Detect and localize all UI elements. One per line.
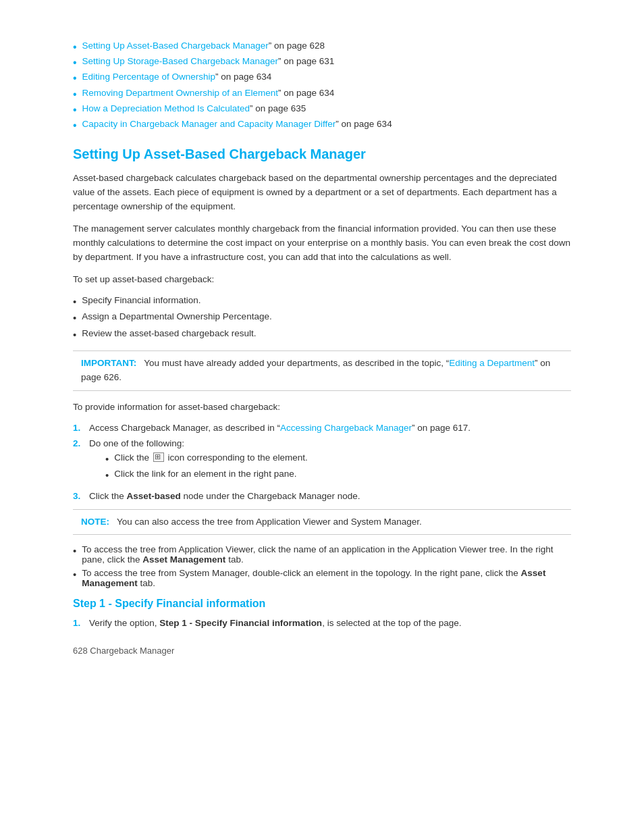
numbered-steps: Access Chargeback Manager, as described …	[73, 423, 571, 501]
step1-title: Step 1 - Specify Financial information	[73, 598, 571, 610]
grid-icon	[153, 452, 164, 462]
page-container: Setting Up Asset-Based Chargeback Manage…	[0, 0, 644, 693]
top-link-6[interactable]: Capacity in Chargeback Manager and Capac…	[82, 119, 336, 129]
intro-paragraph-1: Asset-based chargeback calculates charge…	[73, 172, 571, 214]
top-link-item-3: Editing Percentage of Ownership” on page…	[73, 72, 571, 84]
setup-bullets: Specify Financial information. Assign a …	[73, 295, 571, 342]
step1-numbered: Verify the option, Step 1 - Specify Fina…	[73, 618, 571, 628]
section-title: Setting Up Asset-Based Chargeback Manage…	[73, 147, 571, 162]
intro-paragraph-2: The management server calculates monthly…	[73, 222, 571, 265]
note-bullets: To access the tree from Application View…	[73, 544, 571, 588]
top-links-list: Setting Up Asset-Based Chargeback Manage…	[73, 41, 571, 132]
step2-sub-bullet-1: Click the icon corresponding to the elem…	[105, 452, 308, 466]
top-link-2[interactable]: Setting Up Storage-Based Chargeback Mana…	[82, 56, 278, 66]
top-link-4[interactable]: Removing Department Ownership of an Elem…	[82, 88, 278, 98]
setup-bullet-2: Assign a Departmental Ownership Percenta…	[73, 311, 571, 325]
top-link-3[interactable]: Editing Percentage of Ownership	[82, 72, 215, 82]
important-link[interactable]: Editing a Department	[449, 358, 535, 368]
step-1: Access Chargeback Manager, as described …	[73, 423, 571, 433]
footer-text: 628 Chargeback Manager	[73, 644, 571, 658]
step2-sub-bullet-2: Click the link for an element in the rig…	[105, 469, 308, 482]
top-link-5[interactable]: How a Depreciation Method Is Calculated	[82, 103, 250, 113]
step1-item-1: Verify the option, Step 1 - Specify Fina…	[73, 618, 571, 628]
note-bullet-2: To access the tree from System Manager, …	[73, 568, 571, 588]
note-bullet-1: To access the tree from Application View…	[73, 544, 571, 565]
top-link-item-5: How a Depreciation Method Is Calculated”…	[73, 103, 571, 116]
step1-link[interactable]: Accessing Chargeback Manager	[280, 423, 412, 433]
top-link-item-6: Capacity in Chargeback Manager and Capac…	[73, 119, 571, 132]
important-box: IMPORTANT: You must have already added y…	[73, 350, 571, 391]
top-link-item-2: Setting Up Storage-Based Chargeback Mana…	[73, 56, 571, 69]
top-link-1[interactable]: Setting Up Asset-Based Chargeback Manage…	[82, 41, 269, 51]
top-link-item-1: Setting Up Asset-Based Chargeback Manage…	[73, 41, 571, 53]
setup-intro: To set up asset-based chargeback:	[73, 273, 571, 287]
step-3: Click the Asset-based node under the Cha…	[73, 491, 571, 501]
step2-sub-bullets: Click the icon corresponding to the elem…	[105, 452, 308, 482]
setup-bullet-3: Review the asset-based chargeback result…	[73, 328, 571, 342]
top-link-item-4: Removing Department Ownership of an Elem…	[73, 88, 571, 101]
note-box: NOTE: You can also access the tree from …	[73, 509, 571, 535]
step-2: Do one of the following: Click the icon …	[73, 438, 571, 486]
provide-info-intro: To provide information for asset-based c…	[73, 400, 571, 415]
important-label: IMPORTANT:	[81, 358, 136, 368]
setup-bullet-1: Specify Financial information.	[73, 295, 571, 309]
note-label: NOTE:	[81, 517, 109, 527]
